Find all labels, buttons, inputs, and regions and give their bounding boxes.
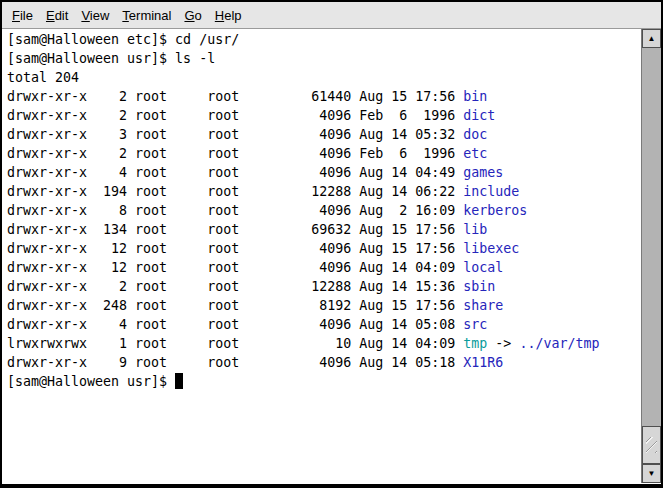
terminal-text: [sam@Halloween etc]$ cd /usr/	[7, 32, 239, 47]
terminal-line: drwxr-xr-x 2 root root 4096 Feb 6 1996 d…	[7, 106, 641, 125]
terminal-text: ->	[487, 336, 519, 351]
terminal-content: [sam@Halloween etc]$ cd /usr/[sam@Hallow…	[2, 29, 661, 483]
scrollbar-track[interactable]	[642, 48, 661, 464]
directory-name: doc	[463, 127, 487, 142]
directory-name: share	[463, 298, 503, 313]
terminal-line: lrwxrwxrwx 1 root root 10 Aug 14 04:09 t…	[7, 334, 641, 353]
terminal-text: drwxr-xr-x 2 root root 61440 Aug 15 17:5…	[7, 89, 463, 104]
symlink-name: tmp	[463, 336, 487, 351]
terminal-line: [sam@Halloween usr]$ ls -l	[7, 49, 641, 68]
terminal-line: drwxr-xr-x 12 root root 4096 Aug 15 17:5…	[7, 239, 641, 258]
directory-name: lib	[463, 222, 487, 237]
scroll-down-button[interactable]: ▼	[642, 464, 661, 483]
terminal-text: [sam@Halloween usr]$ ls -l	[7, 51, 215, 66]
terminal-line: drwxr-xr-x 2 root root 61440 Aug 15 17:5…	[7, 87, 641, 106]
terminal-window: FileEditViewTerminalGoHelp [sam@Hallowee…	[0, 0, 663, 488]
menu-item-view[interactable]: View	[75, 5, 115, 26]
scrollbar-thumb[interactable]	[642, 426, 661, 464]
directory-name: include	[463, 184, 519, 199]
terminal-line: drwxr-xr-x 12 root root 4096 Aug 14 04:0…	[7, 258, 641, 277]
menu-item-file[interactable]: File	[6, 5, 39, 26]
menu-item-edit[interactable]: Edit	[40, 5, 74, 26]
terminal-text: drwxr-xr-x 194 root root 12288 Aug 14 06…	[7, 184, 463, 199]
directory-name: local	[463, 260, 503, 275]
terminal-text: total 204	[7, 70, 79, 85]
terminal-line: drwxr-xr-x 134 root root 69632 Aug 15 17…	[7, 220, 641, 239]
directory-name: sbin	[463, 279, 495, 294]
terminal-line: drwxr-xr-x 9 root root 4096 Aug 14 05:18…	[7, 353, 641, 372]
scroll-up-button[interactable]: ▲	[642, 29, 661, 48]
directory-name: games	[463, 165, 503, 180]
directory-name: etc	[463, 146, 487, 161]
terminal-text: drwxr-xr-x 9 root root 4096 Aug 14 05:18	[7, 355, 463, 370]
terminal-text: drwxr-xr-x 4 root root 4096 Aug 14 04:49	[7, 165, 463, 180]
text-cursor	[175, 373, 183, 389]
terminal-line: drwxr-xr-x 4 root root 4096 Aug 14 04:49…	[7, 163, 641, 182]
directory-name: X11R6	[463, 355, 503, 370]
terminal-text: drwxr-xr-x 2 root root 4096 Feb 6 1996	[7, 108, 463, 123]
terminal-text: drwxr-xr-x 2 root root 4096 Feb 6 1996	[7, 146, 463, 161]
terminal-text: drwxr-xr-x 3 root root 4096 Aug 14 05:32	[7, 127, 463, 142]
terminal-text: [sam@Halloween usr]$	[7, 374, 175, 389]
terminal-text: drwxr-xr-x 134 root root 69632 Aug 15 17…	[7, 222, 463, 237]
scroll-up-icon: ▲	[648, 34, 656, 43]
menu-bar: FileEditViewTerminalGoHelp	[2, 2, 661, 29]
terminal-text: drwxr-xr-x 12 root root 4096 Aug 14 04:0…	[7, 260, 463, 275]
directory-name: libexec	[463, 241, 519, 256]
terminal-line: drwxr-xr-x 3 root root 4096 Aug 14 05:32…	[7, 125, 641, 144]
scroll-down-icon: ▼	[648, 469, 656, 478]
directory-name: src	[463, 317, 487, 332]
terminal-line: [sam@Halloween usr]$	[7, 372, 641, 391]
terminal-line: drwxr-xr-x 4 root root 4096 Aug 14 05:08…	[7, 315, 641, 334]
terminal-line: total 204	[7, 68, 641, 87]
directory-name: bin	[463, 89, 487, 104]
scrollbar: ▲ ▼	[641, 29, 661, 483]
menu-item-go[interactable]: Go	[178, 5, 207, 26]
terminal-line: drwxr-xr-x 248 root root 8192 Aug 15 17:…	[7, 296, 641, 315]
terminal-output[interactable]: [sam@Halloween etc]$ cd /usr/[sam@Hallow…	[2, 29, 641, 483]
directory-name: dict	[463, 108, 495, 123]
terminal-text: drwxr-xr-x 12 root root 4096 Aug 15 17:5…	[7, 241, 463, 256]
terminal-text: drwxr-xr-x 2 root root 12288 Aug 14 15:3…	[7, 279, 463, 294]
terminal-text: drwxr-xr-x 8 root root 4096 Aug 2 16:09	[7, 203, 463, 218]
menu-item-help[interactable]: Help	[209, 5, 248, 26]
directory-name: ../var/tmp	[519, 336, 599, 351]
terminal-text: lrwxrwxrwx 1 root root 10 Aug 14 04:09	[7, 336, 463, 351]
terminal-text: drwxr-xr-x 4 root root 4096 Aug 14 05:08	[7, 317, 463, 332]
directory-name: kerberos	[463, 203, 527, 218]
terminal-line: drwxr-xr-x 2 root root 4096 Feb 6 1996 e…	[7, 144, 641, 163]
terminal-line: drwxr-xr-x 2 root root 12288 Aug 14 15:3…	[7, 277, 641, 296]
terminal-text: drwxr-xr-x 248 root root 8192 Aug 15 17:…	[7, 298, 463, 313]
menu-item-terminal[interactable]: Terminal	[116, 5, 177, 26]
terminal-line: drwxr-xr-x 8 root root 4096 Aug 2 16:09 …	[7, 201, 641, 220]
terminal-line: [sam@Halloween etc]$ cd /usr/	[7, 30, 641, 49]
terminal-line: drwxr-xr-x 194 root root 12288 Aug 14 06…	[7, 182, 641, 201]
